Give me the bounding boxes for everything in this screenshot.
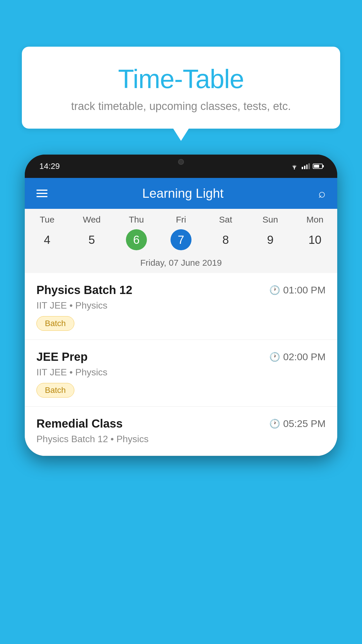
day-sat: Sat: [203, 215, 248, 225]
schedule-item-2[interactable]: JEE Prep 🕐 02:00 PM IIT JEE • Physics Ba…: [25, 340, 337, 407]
clock-icon-2: 🕐: [269, 352, 280, 362]
date-4[interactable]: 4: [25, 229, 69, 250]
day-sun: Sun: [248, 215, 293, 225]
day-thu: Thu: [114, 215, 159, 225]
day-tue: Tue: [25, 215, 69, 225]
schedule-item-1-time: 🕐 01:00 PM: [269, 284, 326, 296]
battery-icon: [313, 164, 323, 169]
date-selected-circle[interactable]: 7: [171, 229, 191, 250]
date-7[interactable]: 7: [159, 229, 203, 250]
date-6[interactable]: 6: [114, 229, 159, 250]
app-header: Learning Light ⌕: [25, 178, 337, 209]
batch-tag-1: Batch: [36, 316, 74, 331]
schedule-item-3-header: Remedial Class 🕐 05:25 PM: [36, 417, 326, 430]
speech-bubble: Time-Table track timetable, upcoming cla…: [22, 47, 340, 129]
day-fri: Fri: [159, 215, 203, 225]
date-today-circle[interactable]: 6: [126, 229, 147, 250]
camera: [178, 159, 184, 165]
date-9[interactable]: 9: [248, 229, 293, 250]
schedule-item-1-subtitle: IIT JEE • Physics: [36, 300, 326, 311]
time-label-3: 05:25 PM: [283, 418, 326, 429]
search-icon[interactable]: ⌕: [318, 186, 326, 200]
schedule-item-1-header: Physics Batch 12 🕐 01:00 PM: [36, 284, 326, 297]
schedule-list: Physics Batch 12 🕐 01:00 PM IIT JEE • Ph…: [25, 273, 337, 456]
time-label-1: 01:00 PM: [283, 284, 326, 296]
wifi-icon: [290, 163, 299, 169]
selected-date-label: Friday, 07 June 2019: [25, 255, 337, 273]
menu-icon[interactable]: [36, 190, 48, 197]
schedule-item-3[interactable]: Remedial Class 🕐 05:25 PM Physics Batch …: [25, 407, 337, 456]
calendar-section: Tue Wed Thu Fri Sat Sun Mon 4 5 6 7 8 9 …: [25, 209, 337, 273]
schedule-item-2-subtitle: IIT JEE • Physics: [36, 367, 326, 378]
clock-icon-1: 🕐: [269, 285, 280, 295]
schedule-item-3-title: Remedial Class: [36, 417, 123, 430]
schedule-item-1-title: Physics Batch 12: [36, 284, 132, 297]
status-bar: 14:29: [25, 155, 337, 178]
date-10[interactable]: 10: [293, 229, 337, 250]
schedule-item-3-subtitle: Physics Batch 12 • Physics: [36, 434, 326, 444]
schedule-item-2-title: JEE Prep: [36, 350, 88, 363]
date-8[interactable]: 8: [203, 229, 248, 250]
phone-notch: [164, 155, 198, 169]
schedule-item-2-time: 🕐 02:00 PM: [269, 351, 326, 363]
phone-body: 14:29: [25, 155, 337, 456]
schedule-item-1[interactable]: Physics Batch 12 🕐 01:00 PM IIT JEE • Ph…: [25, 273, 337, 340]
clock-icon-3: 🕐: [269, 419, 280, 429]
status-time: 14:29: [39, 162, 60, 171]
day-mon: Mon: [293, 215, 337, 225]
batch-tag-2: Batch: [36, 383, 74, 398]
schedule-item-3-time: 🕐 05:25 PM: [269, 418, 326, 429]
signal-icon: [302, 163, 310, 169]
page-title: Time-Table: [36, 64, 326, 94]
app-title: Learning Light: [142, 186, 224, 201]
status-icons: [290, 163, 323, 169]
phone-mockup: 14:29: [25, 155, 337, 456]
date-5[interactable]: 5: [69, 229, 114, 250]
days-header: Tue Wed Thu Fri Sat Sun Mon: [25, 209, 337, 227]
speech-bubble-container: Time-Table track timetable, upcoming cla…: [22, 47, 340, 129]
day-wed: Wed: [69, 215, 114, 225]
time-label-2: 02:00 PM: [283, 351, 326, 363]
page-subtitle: track timetable, upcoming classes, tests…: [36, 100, 326, 113]
dates-row: 4 5 6 7 8 9 10: [25, 227, 337, 255]
battery-fill: [314, 165, 319, 168]
svg-point-0: [294, 168, 295, 169]
schedule-item-2-header: JEE Prep 🕐 02:00 PM: [36, 350, 326, 363]
